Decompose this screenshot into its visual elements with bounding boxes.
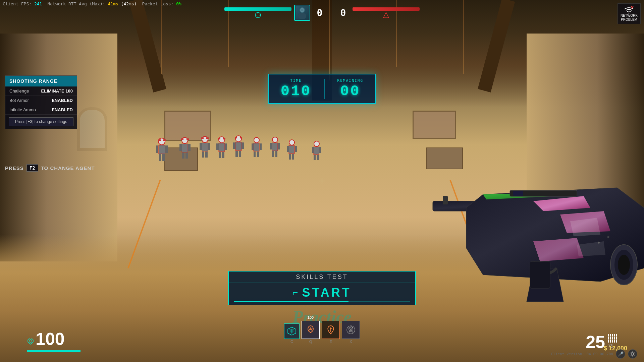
svg-rect-1 [159, 145, 165, 154]
svg-rect-29 [222, 152, 224, 158]
svg-rect-3 [165, 145, 168, 153]
svg-rect-48 [270, 143, 272, 149]
svg-rect-42 [252, 143, 254, 150]
bot-5 [233, 135, 244, 162]
svg-rect-26 [216, 143, 219, 150]
bot-8 [287, 139, 297, 165]
svg-rect-6 [158, 139, 161, 141]
svg-rect-5 [162, 154, 165, 161]
svg-rect-21 [205, 152, 208, 158]
svg-rect-4 [159, 154, 161, 161]
svg-rect-11 [188, 144, 191, 151]
svg-rect-71 [513, 191, 523, 196]
svg-rect-22 [201, 137, 204, 139]
svg-rect-49 [278, 143, 280, 149]
svg-point-0 [158, 138, 165, 145]
svg-rect-44 [254, 152, 256, 157]
svg-rect-13 [185, 153, 188, 159]
svg-point-8 [182, 137, 188, 143]
svg-point-24 [219, 137, 225, 143]
svg-rect-50 [272, 151, 274, 157]
svg-rect-19 [208, 143, 210, 150]
rope-3 [329, 0, 330, 80]
svg-rect-41 [254, 143, 259, 151]
svg-rect-18 [200, 143, 202, 150]
svg-rect-14 [181, 138, 183, 140]
svg-rect-51 [275, 151, 277, 157]
bot-7 [270, 136, 280, 163]
svg-rect-57 [292, 154, 294, 160]
svg-rect-25 [219, 143, 225, 152]
svg-rect-15 [186, 138, 189, 140]
svg-rect-31 [223, 138, 225, 139]
svg-rect-17 [202, 143, 208, 151]
svg-rect-59 [314, 147, 319, 155]
svg-rect-34 [233, 142, 235, 149]
svg-rect-62 [314, 155, 316, 160]
rope-4 [396, 0, 397, 67]
svg-rect-56 [289, 154, 291, 160]
svg-rect-35 [241, 142, 244, 149]
svg-point-58 [314, 141, 319, 146]
svg-rect-61 [319, 147, 321, 153]
svg-rect-2 [156, 145, 158, 153]
svg-rect-75 [530, 261, 550, 288]
svg-rect-7 [163, 139, 166, 141]
svg-marker-69 [533, 238, 584, 261]
svg-rect-10 [179, 144, 182, 151]
svg-rect-63 [317, 155, 319, 160]
weapon-container: ✦ ◈ [409, 134, 644, 302]
bot-3 [200, 136, 210, 163]
svg-rect-55 [295, 146, 297, 152]
svg-point-79 [618, 255, 630, 275]
svg-rect-76 [443, 196, 448, 204]
bot-4 [216, 136, 227, 163]
bot-6 [252, 137, 262, 163]
svg-rect-12 [182, 153, 184, 159]
svg-rect-28 [219, 152, 221, 158]
svg-rect-39 [240, 137, 242, 138]
svg-point-32 [235, 136, 241, 142]
bot-9 [312, 141, 321, 166]
svg-text:◈: ◈ [607, 235, 610, 239]
rope-5 [463, 0, 464, 74]
svg-rect-20 [202, 152, 204, 158]
svg-rect-38 [235, 137, 237, 138]
svg-rect-27 [225, 143, 227, 150]
svg-rect-53 [289, 145, 294, 154]
bot-2 [179, 137, 191, 164]
svg-rect-47 [272, 143, 278, 151]
bot-1 [156, 137, 168, 166]
svg-rect-43 [260, 143, 262, 150]
svg-rect-23 [206, 137, 209, 139]
svg-point-52 [289, 140, 294, 145]
svg-rect-33 [235, 142, 241, 150]
svg-point-46 [272, 137, 278, 142]
svg-text:✦: ✦ [597, 240, 601, 246]
svg-rect-37 [239, 151, 241, 157]
svg-rect-54 [287, 146, 289, 152]
rope-1 [161, 0, 162, 74]
svg-rect-60 [312, 147, 314, 153]
svg-rect-30 [218, 138, 220, 139]
svg-rect-45 [257, 152, 259, 157]
svg-rect-36 [235, 151, 238, 157]
left-wall [0, 34, 117, 261]
settings-button[interactable]: Press [F3] to change settings [9, 117, 73, 126]
svg-point-16 [202, 136, 208, 142]
svg-rect-9 [182, 144, 188, 152]
svg-point-40 [254, 137, 259, 143]
game-background: ✦ ◈ [0, 0, 644, 362]
rope-2 [228, 0, 229, 67]
